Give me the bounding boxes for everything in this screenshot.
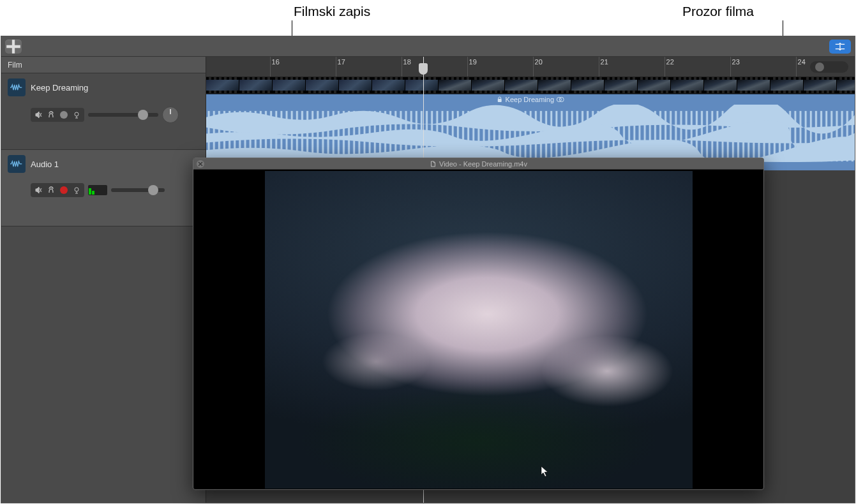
callout-line [292,20,292,36]
ruler-tick: 21 [599,57,610,77]
film-frame [737,77,770,93]
level-meter [88,185,107,195]
slider-knob[interactable] [138,110,148,120]
film-frame [638,77,671,93]
ruler-tick: 23 [730,57,741,77]
audio-track-icon [8,155,26,173]
film-track-header[interactable]: Film [1,57,206,73]
close-button[interactable] [197,160,204,168]
volume-slider[interactable] [111,188,165,192]
film-frame [671,77,704,93]
stereo-icon [557,96,564,103]
track-row[interactable]: Audio 1 [1,150,206,226]
volume-slider[interactable] [88,113,158,117]
film-frame [405,77,439,93]
ruler-tick: 18 [402,57,412,77]
film-frame [306,77,339,93]
mute-button[interactable] [32,184,45,196]
film-frame [704,77,737,93]
solo-button[interactable] [45,109,57,121]
track-button-group [31,108,84,122]
plus-icon [5,38,22,55]
track-row[interactable]: Keep Dreaming [1,73,206,150]
video-window-title: Video - Keep Dreaming.m4v [439,160,527,168]
document-icon [430,161,436,167]
zoom-toggle[interactable] [810,61,848,73]
film-frame [273,77,306,93]
svg-rect-3 [498,99,502,102]
video-content [193,170,763,489]
slider-knob[interactable] [148,185,158,195]
track-name: Keep Dreaming [31,83,88,93]
ruler-tick: 22 [665,57,675,77]
film-frame [538,77,571,93]
region-label: Keep Dreaming [497,96,564,103]
track-sidebar: Film Keep Dreaming [1,57,206,503]
film-frame [604,77,638,93]
ruler-tick: 16 [270,57,281,77]
filter-toggle-button[interactable] [829,40,851,54]
film-frame [770,77,804,93]
ruler-tick: 20 [533,57,544,77]
film-frame [206,77,239,93]
film-frame [837,77,855,93]
film-frame [804,77,837,93]
ruler-tick: 19 [467,57,478,77]
lock-icon [497,96,503,103]
film-frame [239,77,273,93]
solo-button[interactable] [45,184,57,196]
ruler[interactable]: 161718192021222324 [206,57,855,77]
film-frame [505,77,538,93]
filter-icon [834,42,846,51]
video-titlebar[interactable]: Video - Keep Dreaming.m4v [193,158,763,170]
film-frame [372,77,405,93]
ruler-tick: 24 [796,57,807,77]
region-name: Keep Dreaming [506,96,554,103]
add-track-button[interactable] [5,40,22,54]
record-enable-button[interactable] [57,184,70,196]
pan-knob[interactable] [162,107,179,123]
toolbar [1,36,855,57]
svg-point-1 [75,112,79,116]
audio-track-icon [8,78,26,96]
ruler-tick: 17 [336,57,347,77]
film-frame [472,77,505,93]
film-track[interactable] [206,77,855,94]
track-name: Audio 1 [31,159,59,169]
film-frame [439,77,472,93]
playhead-handle[interactable] [419,63,428,75]
annotation-filmski-zapis: Filmski zapis [294,4,370,19]
zoom-knob[interactable] [815,63,824,71]
cursor-icon [541,466,550,480]
input-monitor-button[interactable] [70,184,83,196]
video-frame [265,171,693,489]
film-frame [571,77,604,93]
svg-point-2 [75,188,79,191]
film-frame [339,77,372,93]
close-icon [198,161,203,167]
track-button-group [31,183,84,197]
record-enable-button[interactable] [57,109,70,121]
input-monitor-button[interactable] [70,109,83,121]
video-window[interactable]: Video - Keep Dreaming.m4v [193,158,764,490]
annotation-prozor-filma: Prozor filma [682,4,754,19]
mute-button[interactable] [32,109,45,121]
